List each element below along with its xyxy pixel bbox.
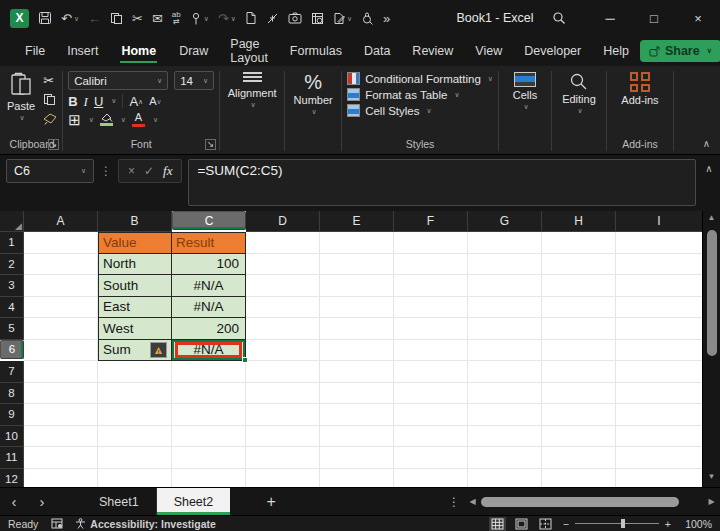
grid-cell-B11[interactable] <box>98 447 172 469</box>
grid-cell-G2[interactable] <box>468 254 542 276</box>
grid-cell-H12[interactable] <box>542 469 616 488</box>
grid-cell-F11[interactable] <box>394 447 468 469</box>
grid-cell-I5[interactable] <box>616 318 702 340</box>
grid-cell-A11[interactable] <box>24 447 98 469</box>
copy-icon[interactable] <box>110 12 123 25</box>
grid-cell-E9[interactable] <box>320 404 394 426</box>
excel-logo-icon[interactable]: X <box>10 9 29 28</box>
scroll-right-arrow[interactable]: ▶ <box>705 497 718 506</box>
font-size-select[interactable]: 14∨ <box>174 71 214 90</box>
alignment-button[interactable]: Alignment ∨ <box>228 70 277 109</box>
new-sheet-button[interactable]: + <box>254 488 288 515</box>
grid-cell-F3[interactable] <box>394 275 468 297</box>
grid-cell-H7[interactable] <box>542 361 616 383</box>
grid-cell-H9[interactable] <box>542 404 616 426</box>
grid-cell-D3[interactable] <box>246 275 320 297</box>
protect-search-icon[interactable] <box>361 12 374 25</box>
row-header-7[interactable]: 7 <box>0 361 24 383</box>
grid-cell-A4[interactable] <box>24 297 98 319</box>
grid-cell-E5[interactable] <box>320 318 394 340</box>
grid-cell-I12[interactable] <box>616 469 702 488</box>
grid-cell-E12[interactable] <box>320 469 394 488</box>
grid-cell-E8[interactable] <box>320 383 394 405</box>
grid-cell-G9[interactable] <box>468 404 542 426</box>
grid-cell-D9[interactable] <box>246 404 320 426</box>
grid-cell-C12[interactable] <box>172 469 246 488</box>
grid-cell-I6[interactable] <box>616 340 702 362</box>
prev-sheet-arrow[interactable]: ‹ <box>0 488 28 515</box>
cell-C2[interactable]: 100 <box>172 254 246 276</box>
grid-cell-D12[interactable] <box>246 469 320 488</box>
camera-icon[interactable] <box>288 12 302 24</box>
cut-icon[interactable]: ✂ <box>132 12 143 25</box>
tab-bar-menu-dots[interactable]: ⋮ <box>442 488 466 515</box>
grid-cell-A3[interactable] <box>24 275 98 297</box>
grid-cell-I8[interactable] <box>616 383 702 405</box>
editing-button[interactable]: Editing ∨ <box>562 70 596 115</box>
zoom-slider-thumb[interactable] <box>621 519 625 528</box>
column-header-F[interactable]: F <box>394 211 468 232</box>
grid-cell-C11[interactable] <box>172 447 246 469</box>
grid-cell-H4[interactable] <box>542 297 616 319</box>
next-sheet-arrow[interactable]: › <box>28 488 56 515</box>
grid-cell-F6[interactable] <box>394 340 468 362</box>
grid-cell-G12[interactable] <box>468 469 542 488</box>
grid-cell-A2[interactable] <box>24 254 98 276</box>
cells-button[interactable]: Cells ∨ <box>513 70 537 111</box>
font-dialog-launcher[interactable]: ↘ <box>205 139 216 150</box>
grid-cell-A12[interactable] <box>24 469 98 488</box>
grid-cell-A8[interactable] <box>24 383 98 405</box>
tab-developer[interactable]: Developer <box>513 36 592 66</box>
grid-cell-B7[interactable] <box>98 361 172 383</box>
grid-cell-B9[interactable] <box>98 404 172 426</box>
paste-button[interactable]: Paste ∨ <box>7 70 35 122</box>
grid-cell-H1[interactable] <box>542 232 616 254</box>
tab-view[interactable]: View <box>464 36 513 66</box>
grid-cell-F4[interactable] <box>394 297 468 319</box>
underline-button[interactable]: U <box>94 95 103 108</box>
cell-C1[interactable]: Result <box>172 232 246 254</box>
vertical-scrollbar[interactable]: ▲ ▼ <box>702 211 720 487</box>
grid-cell-H2[interactable] <box>542 254 616 276</box>
increase-font-button[interactable]: A∧ <box>129 95 143 108</box>
formula-bar-collapse-chevron[interactable]: ∧ <box>702 159 716 174</box>
grid-cell-I2[interactable] <box>616 254 702 276</box>
number-button[interactable]: % Number ∨ <box>294 70 333 116</box>
zoom-out-button[interactable]: − <box>563 518 569 530</box>
undo-icon[interactable]: ↶∨ <box>61 12 79 25</box>
grid-cell-B8[interactable] <box>98 383 172 405</box>
column-header-G[interactable]: G <box>468 211 542 232</box>
row-header-1[interactable]: 1 <box>0 232 24 254</box>
maximize-button[interactable]: □ <box>632 0 676 36</box>
grid-cell-A9[interactable] <box>24 404 98 426</box>
grid-cell-H10[interactable] <box>542 426 616 448</box>
grid-cell-D11[interactable] <box>246 447 320 469</box>
cell-C3[interactable]: #N/A <box>172 275 246 297</box>
grid-cell-C7[interactable] <box>172 361 246 383</box>
column-header-E[interactable]: E <box>320 211 394 232</box>
insert-function-icon[interactable]: fx <box>163 163 172 179</box>
grid-cell-A6[interactable] <box>24 340 98 362</box>
grid-cell-F5[interactable] <box>394 318 468 340</box>
cancel-icon[interactable]: × <box>128 164 135 178</box>
tab-draw[interactable]: Draw <box>168 36 219 66</box>
grid-cell-E3[interactable] <box>320 275 394 297</box>
row-header-4[interactable]: 4 <box>0 297 24 319</box>
grid-cell-E6[interactable] <box>320 340 394 362</box>
grid-cell-C8[interactable] <box>172 383 246 405</box>
grid-cell-E2[interactable] <box>320 254 394 276</box>
cell-B4[interactable]: East <box>98 297 172 319</box>
page-break-view-icon[interactable] <box>537 517 554 531</box>
grid-cell-H3[interactable] <box>542 275 616 297</box>
tab-insert[interactable]: Insert <box>56 36 109 66</box>
copy-button[interactable] <box>43 93 57 106</box>
grid-cell-A10[interactable] <box>24 426 98 448</box>
edit-document-icon[interactable]: ∨ <box>333 12 352 25</box>
grid-cell-I10[interactable] <box>616 426 702 448</box>
touch-mode-icon[interactable]: ∨ <box>190 12 209 25</box>
grid-cell-C10[interactable] <box>172 426 246 448</box>
grid-cell-A7[interactable] <box>24 361 98 383</box>
search-icon[interactable] <box>536 0 582 36</box>
grid-cell-D5[interactable] <box>246 318 320 340</box>
grid-cell-F2[interactable] <box>394 254 468 276</box>
